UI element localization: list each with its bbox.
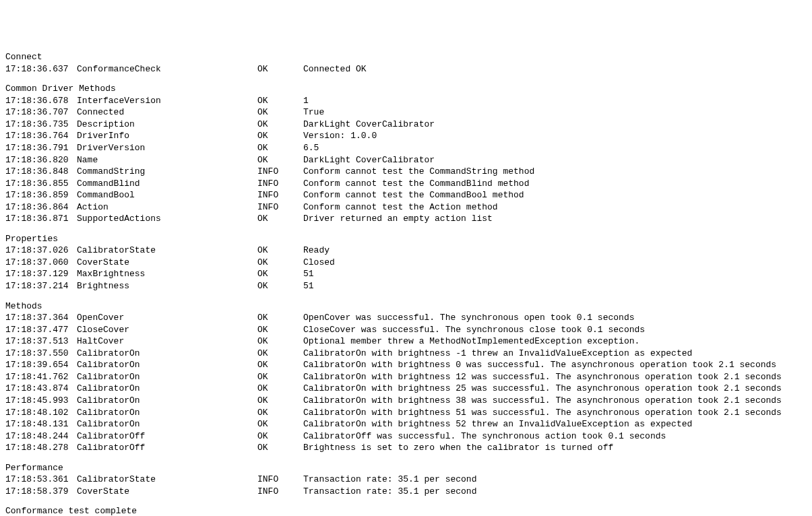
test-name: CalibratorOn (77, 395, 257, 407)
status: INFO (257, 201, 303, 214)
status: OK (257, 430, 303, 443)
status: OK (257, 154, 303, 166)
log-row: 17:18:45.993CalibratorOnOKCalibratorOn w… (5, 395, 807, 407)
log-row: 17:18:39.654CalibratorOnOKCalibratorOn w… (5, 359, 807, 371)
test-name: CoverState (77, 486, 257, 498)
test-name: CalibratorOn (77, 407, 257, 419)
test-name: HaltCover (77, 335, 257, 348)
log-row: 17:18:36.707ConnectedOKTrue (5, 106, 807, 119)
timestamp: 17:18:36.820 (5, 154, 77, 166)
test-name: CloseCover (77, 324, 257, 336)
log-row: 17:18:36.859CommandBoolINFOConform canno… (5, 189, 807, 201)
message: DarkLight CoverCalibrator (303, 155, 435, 165)
timestamp: 17:18:39.654 (5, 359, 77, 371)
status: OK (257, 130, 303, 142)
log-row: 17:18:58.379CoverStateINFOTransaction ra… (5, 486, 807, 498)
log-row: 17:18:48.102CalibratorOnOKCalibratorOn w… (5, 407, 807, 419)
message: CalibratorOn with brightness 0 was succe… (303, 360, 776, 370)
message: Conform cannot test the CommandBlind met… (303, 179, 529, 189)
status: INFO (257, 166, 303, 178)
test-name: CommandBlind (77, 178, 257, 190)
section-header: Methods (5, 300, 807, 313)
timestamp: 17:18:53.361 (5, 474, 77, 486)
log-row: 17:18:37.513HaltCoverOKOptional member t… (5, 335, 807, 348)
log-row: 17:18:48.131CalibratorOnOKCalibratorOn w… (5, 418, 807, 430)
timestamp: 17:18:37.214 (5, 280, 77, 292)
log-output: Connect17:18:36.637ConformanceCheckOKCon… (5, 51, 807, 516)
status: OK (257, 119, 303, 131)
message: CalibratorOn with brightness 38 was succ… (303, 395, 782, 406)
log-row: 17:18:37.026CalibratorStateOKReady (5, 245, 807, 257)
message: Version: 1.0.0 (303, 131, 377, 141)
message: Driver returned an empty action list (303, 214, 493, 224)
status: INFO (257, 486, 303, 498)
status: OK (257, 213, 303, 225)
message: 6.5 (303, 143, 319, 153)
message: CalibratorOn with brightness -1 threw an… (303, 348, 692, 358)
test-name: CalibratorState (77, 245, 257, 257)
timestamp: 17:18:37.060 (5, 257, 77, 269)
status: OK (257, 257, 303, 269)
status: OK (257, 335, 303, 348)
test-name: MaxBrightness (77, 268, 257, 280)
test-name: Name (77, 154, 257, 166)
status: OK (257, 324, 303, 336)
status: OK (257, 106, 303, 119)
status: INFO (257, 178, 303, 190)
test-name: CoverState (77, 257, 257, 269)
log-row: 17:18:36.637ConformanceCheckOKConnected … (5, 63, 807, 75)
test-name: InterfaceVersion (77, 95, 257, 107)
status: INFO (257, 189, 303, 201)
timestamp: 17:18:43.874 (5, 383, 77, 395)
message: Optional member threw a MethodNotImpleme… (303, 336, 639, 346)
message: 51 (303, 281, 314, 291)
timestamp: 17:18:36.848 (5, 166, 77, 178)
status: OK (257, 383, 303, 395)
test-name: CalibratorState (77, 474, 257, 486)
timestamp: 17:18:37.026 (5, 245, 77, 257)
section-header: Performance (5, 462, 807, 474)
log-row: 17:18:37.060CoverStateOKClosed (5, 257, 807, 269)
message: DarkLight CoverCalibrator (303, 119, 435, 129)
test-name: CommandString (77, 166, 257, 178)
status: OK (257, 142, 303, 154)
message: CalibratorOff was successful. The synchr… (303, 431, 666, 441)
log-row: 17:18:36.735DescriptionOKDarkLight Cover… (5, 119, 807, 131)
test-name: CalibratorOn (77, 383, 257, 395)
message: 1 (303, 96, 309, 106)
status: INFO (257, 474, 303, 486)
log-row: 17:18:43.874CalibratorOnOKCalibratorOn w… (5, 383, 807, 395)
timestamp: 17:18:36.764 (5, 130, 77, 142)
timestamp: 17:18:37.129 (5, 268, 77, 280)
log-row: 17:18:36.855CommandBlindINFOConform cann… (5, 178, 807, 190)
status: OK (257, 371, 303, 383)
timestamp: 17:18:45.993 (5, 395, 77, 407)
test-name: Action (77, 201, 257, 214)
message: 51 (303, 269, 314, 279)
test-name: OpenCover (77, 312, 257, 324)
log-row: 17:18:36.848CommandStringINFOConform can… (5, 166, 807, 178)
message: Transaction rate: 35.1 per second (303, 474, 476, 484)
timestamp: 17:18:36.678 (5, 95, 77, 107)
test-name: SupportedActions (77, 213, 257, 225)
status: OK (257, 63, 303, 75)
test-name: CommandBool (77, 189, 257, 201)
log-row: 17:18:37.364OpenCoverOKOpenCover was suc… (5, 312, 807, 324)
test-name: Brightness (77, 280, 257, 292)
section-header: Connect (5, 51, 807, 63)
message: OpenCover was successful. The synchronou… (303, 313, 634, 323)
timestamp: 17:18:48.131 (5, 418, 77, 430)
status: OK (257, 312, 303, 324)
timestamp: 17:18:36.864 (5, 201, 77, 214)
timestamp: 17:18:36.859 (5, 189, 77, 201)
section-header: Properties (5, 233, 807, 245)
test-name: CalibratorOn (77, 348, 257, 360)
message: CalibratorOn with brightness 12 was succ… (303, 372, 782, 382)
timestamp: 17:18:36.791 (5, 142, 77, 154)
status: OK (257, 268, 303, 280)
status: OK (257, 348, 303, 360)
section-header: Common Driver Methods (5, 83, 807, 95)
timestamp: 17:18:58.379 (5, 486, 77, 498)
test-name: CalibratorOff (77, 442, 257, 454)
timestamp: 17:18:36.735 (5, 119, 77, 131)
